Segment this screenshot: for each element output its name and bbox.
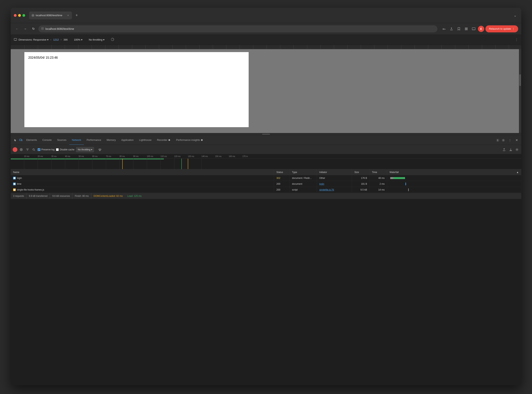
th-initiator[interactable]: Initiator xyxy=(317,169,352,175)
table-row[interactable]: time 200 document login 181 B 2 ms xyxy=(11,181,521,187)
throttle-dropdown[interactable]: No throttling ▾ xyxy=(89,38,104,41)
address-bar[interactable]: localhost:8080/test/time xyxy=(38,25,437,32)
devtools-splitter[interactable] xyxy=(11,133,521,135)
toolbar-icons: E Relaunch to update ⋮ xyxy=(441,25,518,32)
zoom-dropdown[interactable]: 100% ▾ xyxy=(74,38,83,41)
nav-bar: ← → ↻ localhost:8080/test/time xyxy=(11,23,521,35)
svg-rect-20 xyxy=(21,140,22,141)
tab-memory[interactable]: Memory xyxy=(104,135,119,145)
cast-icon[interactable] xyxy=(470,26,477,32)
page-timestamp: 2024/05/04/ 15:23:46 xyxy=(28,56,58,59)
minimize-button[interactable] xyxy=(18,14,21,17)
tick-110 xyxy=(160,159,161,169)
th-status[interactable]: Status xyxy=(274,169,289,175)
th-size[interactable]: Size xyxy=(352,169,370,175)
file-icon-script xyxy=(13,188,16,191)
waterfall-bar-time xyxy=(389,182,519,186)
tab-elements[interactable]: Elements xyxy=(24,135,40,145)
timeline-label-100: 100 ms xyxy=(147,155,153,157)
devtools-settings-icon[interactable] xyxy=(501,138,506,143)
td-initiator-time: login xyxy=(317,181,352,187)
td-time-singlefile: 14 ms xyxy=(370,187,387,192)
tab-recorder[interactable]: Recorder ⏺ xyxy=(154,135,173,145)
network-settings-icon[interactable] xyxy=(515,147,519,152)
record-button[interactable] xyxy=(13,147,17,152)
close-button[interactable] xyxy=(14,14,17,17)
tab-title: localhost:8080/test/time xyxy=(36,14,65,17)
maximize-button[interactable] xyxy=(22,14,25,17)
throttle-network-dropdown[interactable]: No throttling ▾ xyxy=(76,147,94,152)
timeline-label-10: 10 ms xyxy=(24,155,29,157)
password-manager-icon[interactable] xyxy=(441,26,447,32)
th-waterfall[interactable]: Waterfall ▲ xyxy=(387,169,521,175)
tab-close-button[interactable]: ✕ xyxy=(67,14,70,17)
relaunch-button[interactable]: Relaunch to update ⋮ xyxy=(486,25,518,32)
td-size-time: 181 B xyxy=(352,181,370,187)
reload-button[interactable]: ↻ xyxy=(30,26,36,32)
timeline-label-120: 120 ms xyxy=(174,155,181,157)
td-type-time: document xyxy=(289,181,317,187)
rotate-icon[interactable] xyxy=(111,38,114,42)
svg-rect-33 xyxy=(14,183,15,185)
dimensions-chevron-icon: ▾ xyxy=(47,38,49,41)
more-options-icon[interactable]: ⋮ xyxy=(515,38,518,41)
tab-network[interactable]: Network xyxy=(69,135,84,145)
upload-icon[interactable] xyxy=(501,147,507,152)
dim-width: 1212 xyxy=(53,38,59,41)
td-waterfall-time xyxy=(387,181,521,187)
window-controls: ⌄ xyxy=(512,12,518,18)
clear-button[interactable] xyxy=(19,147,24,152)
preserve-log-checkbox[interactable]: Preserve log xyxy=(38,148,54,151)
devtools-inspect-cursor-icon[interactable] xyxy=(13,138,18,143)
new-tab-button[interactable]: + xyxy=(73,12,80,19)
back-button[interactable]: ← xyxy=(14,26,20,32)
disable-cache-checkbox[interactable]: Disable cache xyxy=(56,148,74,151)
tab-performance[interactable]: Performance xyxy=(84,135,104,145)
devtools-tab-icons: 1 ⋮ ✕ xyxy=(495,138,519,143)
devtools-close-button[interactable]: ✕ xyxy=(514,138,519,143)
tab-lighthouse[interactable]: Lighthouse xyxy=(136,135,154,145)
filter-button[interactable] xyxy=(25,147,30,152)
tab-favicon-icon xyxy=(31,14,35,17)
download-icon[interactable] xyxy=(508,147,513,152)
browser-window: localhost:8080/test/time ✕ + ⌄ ← → ↻ loc… xyxy=(11,8,521,385)
svg-rect-32 xyxy=(14,177,15,179)
security-icon xyxy=(41,27,44,31)
forward-button[interactable]: → xyxy=(22,26,28,32)
user-avatar[interactable]: E xyxy=(478,26,484,32)
device-inspect-icon[interactable] xyxy=(14,38,17,41)
bookmark-icon[interactable] xyxy=(456,26,462,32)
timeline-label-30: 30 ms xyxy=(51,155,57,157)
network-online-icon[interactable] xyxy=(97,147,103,152)
timeline-cursor xyxy=(188,159,188,169)
dim-x: × xyxy=(61,38,62,41)
svg-rect-15 xyxy=(14,38,17,40)
share-icon[interactable] xyxy=(448,26,455,32)
table-header: Name Status Type Initiator Size Time xyxy=(11,169,521,175)
tab-sources[interactable]: Sources xyxy=(54,135,69,145)
browser-tab[interactable]: localhost:8080/test/time ✕ xyxy=(29,11,72,19)
viewport-scrollbar[interactable] xyxy=(519,49,521,133)
preserve-log-input[interactable] xyxy=(38,148,40,151)
collapse-button[interactable]: ⌄ xyxy=(512,12,518,18)
td-size-singlefile: 9.5 kB xyxy=(352,187,370,192)
devtools-more-icon[interactable]: ⋮ xyxy=(507,138,513,143)
throttle-network-chevron-icon: ▾ xyxy=(91,148,92,151)
timeline-label-50: 50 ms xyxy=(79,155,84,157)
tab-console[interactable]: Console xyxy=(40,135,54,145)
search-button[interactable] xyxy=(31,147,36,152)
table-row[interactable]: single-file-hooks-frames.js 200 script s… xyxy=(11,187,521,193)
table-row[interactable]: login 302 document / Redir... Other 176 … xyxy=(11,175,521,181)
tab-performance-insights[interactable]: Performance insights ⏺ xyxy=(173,135,206,145)
th-time[interactable]: Time xyxy=(370,169,387,175)
devtools-device-toggle-icon[interactable] xyxy=(18,138,24,143)
dimensions-dropdown[interactable]: Dimensions: Responsive ▾ xyxy=(19,38,49,41)
extensions-icon[interactable] xyxy=(463,26,469,32)
disable-cache-input[interactable] xyxy=(56,148,59,151)
th-name[interactable]: Name xyxy=(11,169,274,175)
th-type[interactable]: Type xyxy=(289,169,317,175)
svg-point-18 xyxy=(111,38,114,41)
svg-rect-10 xyxy=(466,28,467,29)
timeline-label-20: 20 ms xyxy=(38,155,43,157)
tab-application[interactable]: Application xyxy=(119,135,136,145)
